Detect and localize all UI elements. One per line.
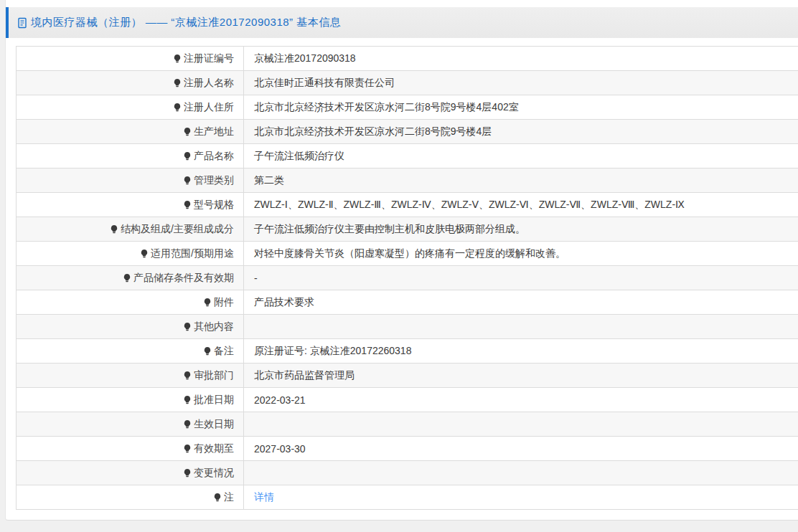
row-value: 子午流注低频治疗仪 xyxy=(244,144,798,168)
row-label-text: 生效日期 xyxy=(194,418,234,431)
row-label: 有效期至 xyxy=(17,437,244,460)
table-row: 生效日期 xyxy=(17,412,798,437)
row-value: 北京佳时正通科技有限责任公司 xyxy=(244,71,798,95)
row-value-text: 子午流注低频治疗仪主要由控制主机和皮肤电极两部分组成。 xyxy=(254,223,525,236)
row-label: 注 xyxy=(17,485,244,509)
bulb-icon xyxy=(182,200,192,211)
bulb-icon xyxy=(182,151,192,162)
row-value: 北京市药品监督管理局 xyxy=(244,364,798,387)
row-value-text: ZWLZ-Ⅰ、ZWLZ-Ⅱ、ZWLZ-Ⅲ、ZWLZ-Ⅳ、ZWLZ-Ⅴ、ZWLZ-… xyxy=(254,199,685,212)
row-label: 审批部门 xyxy=(17,364,244,387)
bulb-icon xyxy=(182,444,192,455)
row-value xyxy=(244,461,798,485)
row-label-text: 产品储存条件及有效期 xyxy=(133,272,234,285)
row-value: 北京市北京经济技术开发区凉水河二街8号院9号楼4层 xyxy=(244,120,798,143)
row-value xyxy=(244,315,798,338)
row-label: 注册人住所 xyxy=(17,95,244,119)
row-value-text: 北京佳时正通科技有限责任公司 xyxy=(254,77,395,90)
row-value: 产品技术要求 xyxy=(244,290,798,314)
row-value-text: 2022-03-21 xyxy=(254,394,306,406)
row-value-text: 北京市北京经济技术开发区凉水河二街8号院9号楼4层402室 xyxy=(254,101,519,114)
table-row: 注册人名称 北京佳时正通科技有限责任公司 xyxy=(17,71,798,95)
row-value-text: 对轻中度膝骨关节炎（阳虚寒凝型）的疼痛有一定程度的缓解和改善。 xyxy=(254,247,565,260)
bulb-icon xyxy=(172,54,182,65)
row-label-text: 注册证编号 xyxy=(184,52,234,65)
row-value: 2022-03-21 xyxy=(244,388,798,412)
row-label-text: 其他内容 xyxy=(194,320,234,333)
row-label-text: 批准日期 xyxy=(194,394,234,407)
content-card: 境内医疗器械（注册） —— “京械注准20172090318” 基本信息 注册证… xyxy=(5,0,798,521)
row-label: 产品储存条件及有效期 xyxy=(17,266,244,290)
row-value: 第二类 xyxy=(244,168,798,192)
table-row: 型号规格 ZWLZ-Ⅰ、ZWLZ-Ⅱ、ZWLZ-Ⅲ、ZWLZ-Ⅳ、ZWLZ-Ⅴ、… xyxy=(17,193,798,217)
table-row: 审批部门 北京市药品监督管理局 xyxy=(17,364,798,388)
table-row: 结构及组成/主要组成成分 子午流注低频治疗仪主要由控制主机和皮肤电极两部分组成。 xyxy=(17,217,798,242)
table-row: 注册人住所 北京市北京经济技术开发区凉水河二街8号院9号楼4层402室 xyxy=(17,95,798,120)
row-label: 生效日期 xyxy=(17,412,244,436)
row-value: 2027-03-30 xyxy=(244,437,798,460)
table-row: 备注 原注册证号: 京械注准20172260318 xyxy=(17,339,798,364)
detail-link[interactable]: 详情 xyxy=(254,491,274,504)
row-value-text: 第二类 xyxy=(254,174,284,187)
row-label: 型号规格 xyxy=(17,193,244,217)
row-value-text: 产品技术要求 xyxy=(254,296,314,309)
row-label-text: 变更情况 xyxy=(194,467,234,480)
row-value: 原注册证号: 京械注准20172260318 xyxy=(244,339,798,363)
row-label-text: 管理类别 xyxy=(194,174,234,187)
row-label: 注册证编号 xyxy=(17,47,244,70)
row-label-text: 注 xyxy=(224,491,234,504)
table-row: 产品名称 子午流注低频治疗仪 xyxy=(17,144,798,168)
table-row: 变更情况 xyxy=(17,461,798,485)
table-row: 其他内容 xyxy=(17,315,798,339)
row-value: 子午流注低频治疗仪主要由控制主机和皮肤电极两部分组成。 xyxy=(244,217,798,241)
table-row: 适用范围/预期用途 对轻中度膝骨关节炎（阳虚寒凝型）的疼痛有一定程度的缓解和改善… xyxy=(17,242,798,266)
bulb-icon xyxy=(139,249,149,260)
row-label-text: 注册人住所 xyxy=(184,101,234,114)
row-label-text: 注册人名称 xyxy=(184,77,234,90)
table-row: 生产地址 北京市北京经济技术开发区凉水河二街8号院9号楼4层 xyxy=(17,120,798,144)
row-value-text: 北京市药品监督管理局 xyxy=(254,369,355,382)
bulb-icon xyxy=(182,468,192,479)
row-label-text: 有效期至 xyxy=(194,442,234,455)
row-label: 管理类别 xyxy=(17,168,244,192)
row-value-text: 原注册证号: 京械注准20172260318 xyxy=(254,345,411,358)
bulb-icon xyxy=(182,127,192,138)
bulb-icon xyxy=(182,176,192,186)
bulb-icon xyxy=(202,346,212,357)
table-row: 附件 产品技术要求 xyxy=(17,290,798,315)
row-label-text: 审批部门 xyxy=(194,369,234,382)
row-label-text: 附件 xyxy=(214,296,234,309)
row-value: 北京市北京经济技术开发区凉水河二街8号院9号楼4层402室 xyxy=(244,95,798,119)
bulb-icon xyxy=(182,395,192,406)
row-value: 对轻中度膝骨关节炎（阳虚寒凝型）的疼痛有一定程度的缓解和改善。 xyxy=(244,242,798,265)
row-value-text: 子午流注低频治疗仪 xyxy=(254,150,344,163)
row-label: 变更情况 xyxy=(17,461,244,485)
table-row: 产品储存条件及有效期 - xyxy=(17,266,798,290)
row-value xyxy=(244,412,798,436)
row-label: 附件 xyxy=(17,290,244,314)
bulb-icon xyxy=(172,103,182,113)
row-label: 生产地址 xyxy=(17,120,244,143)
row-value-text: 2027-03-30 xyxy=(254,443,306,455)
row-value-text: 京械注准20172090318 xyxy=(254,52,356,65)
bulb-icon xyxy=(182,419,192,430)
row-label-text: 结构及组成/主要组成成分 xyxy=(121,223,234,236)
bulb-icon xyxy=(172,78,182,89)
table-row: 批准日期 2022-03-21 xyxy=(17,388,798,412)
row-label: 其他内容 xyxy=(17,315,244,338)
document-icon xyxy=(17,17,28,29)
row-value: 详情 xyxy=(244,485,798,509)
bulb-icon xyxy=(109,224,119,235)
row-label-text: 型号规格 xyxy=(194,199,234,212)
bulb-icon xyxy=(202,298,212,308)
row-value: ZWLZ-Ⅰ、ZWLZ-Ⅱ、ZWLZ-Ⅲ、ZWLZ-Ⅳ、ZWLZ-Ⅴ、ZWLZ-… xyxy=(244,193,798,217)
row-label-text: 备注 xyxy=(214,345,234,358)
row-label-text: 产品名称 xyxy=(194,150,234,163)
table-row: 管理类别 第二类 xyxy=(17,168,798,193)
row-value: 京械注准20172090318 xyxy=(244,47,798,70)
row-value-text: - xyxy=(254,272,258,284)
row-label: 注册人名称 xyxy=(17,71,244,95)
row-label: 备注 xyxy=(17,339,244,363)
table-row: 有效期至 2027-03-30 xyxy=(17,437,798,461)
table-row: 注 详情 xyxy=(17,485,798,510)
